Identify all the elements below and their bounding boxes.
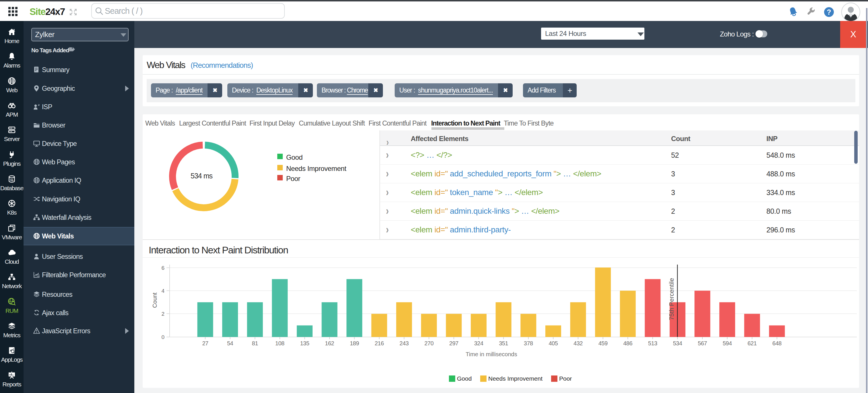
svg-text:27: 27	[202, 340, 208, 346]
svg-text:621: 621	[747, 340, 756, 346]
svg-text:Count: Count	[152, 292, 158, 308]
svg-text:81: 81	[252, 340, 258, 346]
svg-text:534: 534	[673, 340, 682, 346]
svg-text:4: 4	[161, 288, 164, 294]
svg-text:108: 108	[275, 340, 284, 346]
svg-text:297: 297	[449, 340, 458, 346]
svg-text:Poor: Poor	[559, 375, 572, 382]
svg-text:0: 0	[161, 334, 164, 340]
svg-text:486: 486	[623, 340, 632, 346]
svg-text:162: 162	[325, 340, 334, 346]
svg-text:216: 216	[375, 340, 384, 346]
svg-text:243: 243	[400, 340, 409, 346]
svg-text:567: 567	[698, 340, 707, 346]
svg-text:75th Percentile: 75th Percentile	[668, 278, 675, 320]
svg-text:459: 459	[598, 340, 608, 346]
svg-text:378: 378	[524, 340, 533, 346]
svg-text:432: 432	[574, 340, 583, 346]
svg-text:351: 351	[499, 340, 508, 346]
svg-text:594: 594	[723, 340, 732, 346]
svg-text:Time in milliseconds: Time in milliseconds	[466, 351, 517, 357]
svg-text:270: 270	[424, 340, 433, 346]
svg-text:Good: Good	[457, 375, 472, 382]
svg-text:135: 135	[300, 340, 309, 346]
svg-text:189: 189	[350, 340, 359, 346]
svg-text:54: 54	[227, 340, 234, 346]
svg-text:405: 405	[549, 340, 558, 346]
svg-text:648: 648	[772, 340, 782, 346]
svg-text:513: 513	[648, 340, 657, 346]
svg-text:6: 6	[161, 265, 164, 271]
svg-text:SQL: SQL	[10, 179, 14, 181]
svg-text:Needs Improvement: Needs Improvement	[488, 375, 542, 382]
svg-text:324: 324	[474, 340, 484, 346]
svg-text:2: 2	[161, 311, 164, 317]
